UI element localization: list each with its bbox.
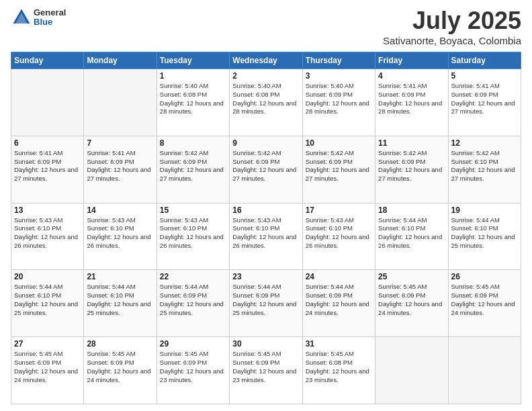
day-number: 6 <box>14 138 81 148</box>
calendar-cell: 31Sunrise: 5:45 AMSunset: 6:08 PMDayligh… <box>302 337 375 404</box>
calendar-cell: 8Sunrise: 5:42 AMSunset: 6:09 PMDaylight… <box>157 136 229 203</box>
day-info: Sunrise: 5:42 AMSunset: 6:09 PMDaylight:… <box>378 149 445 183</box>
day-info: Sunrise: 5:43 AMSunset: 6:10 PMDaylight:… <box>87 216 153 250</box>
day-number: 28 <box>87 339 153 349</box>
week-row-0: 1Sunrise: 5:40 AMSunset: 6:08 PMDaylight… <box>11 69 521 136</box>
day-info: Sunrise: 5:41 AMSunset: 6:09 PMDaylight:… <box>14 149 81 183</box>
day-number: 8 <box>160 138 226 148</box>
calendar-cell: 18Sunrise: 5:44 AMSunset: 6:10 PMDayligh… <box>375 203 448 270</box>
calendar-cell: 19Sunrise: 5:44 AMSunset: 6:10 PMDayligh… <box>448 203 521 270</box>
calendar-table: SundayMondayTuesdayWednesdayThursdayFrid… <box>11 52 521 404</box>
day-info: Sunrise: 5:40 AMSunset: 6:08 PMDaylight:… <box>232 82 299 116</box>
day-info: Sunrise: 5:45 AMSunset: 6:09 PMDaylight:… <box>160 350 226 384</box>
calendar-cell: 27Sunrise: 5:45 AMSunset: 6:09 PMDayligh… <box>11 337 84 404</box>
calendar-cell: 14Sunrise: 5:43 AMSunset: 6:10 PMDayligh… <box>84 203 157 270</box>
calendar-cell: 30Sunrise: 5:45 AMSunset: 6:09 PMDayligh… <box>230 337 302 404</box>
calendar-cell: 10Sunrise: 5:42 AMSunset: 6:09 PMDayligh… <box>302 136 375 203</box>
calendar-cell: 9Sunrise: 5:42 AMSunset: 6:09 PMDaylight… <box>230 136 302 203</box>
day-info: Sunrise: 5:45 AMSunset: 6:08 PMDaylight:… <box>306 350 372 384</box>
day-info: Sunrise: 5:45 AMSunset: 6:09 PMDaylight:… <box>451 283 518 317</box>
day-info: Sunrise: 5:42 AMSunset: 6:10 PMDaylight:… <box>451 149 518 183</box>
day-info: Sunrise: 5:41 AMSunset: 6:09 PMDaylight:… <box>451 82 518 116</box>
day-info: Sunrise: 5:43 AMSunset: 6:10 PMDaylight:… <box>306 216 372 250</box>
day-number: 24 <box>306 272 372 281</box>
day-number: 18 <box>378 205 445 215</box>
calendar-cell: 6Sunrise: 5:41 AMSunset: 6:09 PMDaylight… <box>11 136 84 203</box>
calendar-cell: 1Sunrise: 5:40 AMSunset: 6:08 PMDaylight… <box>157 69 229 136</box>
week-row-2: 13Sunrise: 5:43 AMSunset: 6:10 PMDayligh… <box>11 203 521 270</box>
calendar-cell: 16Sunrise: 5:43 AMSunset: 6:10 PMDayligh… <box>230 203 302 270</box>
calendar-cell: 15Sunrise: 5:43 AMSunset: 6:10 PMDayligh… <box>157 203 229 270</box>
calendar-cell: 28Sunrise: 5:45 AMSunset: 6:09 PMDayligh… <box>84 337 157 404</box>
weekday-header-saturday: Saturday <box>448 52 521 69</box>
day-number: 22 <box>160 272 226 281</box>
day-number: 10 <box>306 138 372 148</box>
calendar-cell: 11Sunrise: 5:42 AMSunset: 6:09 PMDayligh… <box>375 136 448 203</box>
day-info: Sunrise: 5:43 AMSunset: 6:10 PMDaylight:… <box>232 216 299 250</box>
day-info: Sunrise: 5:42 AMSunset: 6:09 PMDaylight:… <box>160 149 226 183</box>
day-number: 21 <box>87 272 153 281</box>
day-number: 19 <box>451 205 518 215</box>
day-info: Sunrise: 5:44 AMSunset: 6:10 PMDaylight:… <box>451 216 518 250</box>
day-number: 7 <box>87 138 153 148</box>
title-block: July 2025 Sativanorte, Boyaca, Colombia <box>383 7 521 46</box>
day-info: Sunrise: 5:45 AMSunset: 6:09 PMDaylight:… <box>232 350 299 384</box>
week-row-3: 20Sunrise: 5:44 AMSunset: 6:10 PMDayligh… <box>11 270 521 337</box>
day-info: Sunrise: 5:44 AMSunset: 6:10 PMDaylight:… <box>14 283 81 317</box>
weekday-header-monday: Monday <box>84 52 157 69</box>
header: General Blue July 2025 Sativanorte, Boya… <box>11 7 521 46</box>
calendar-cell: 5Sunrise: 5:41 AMSunset: 6:09 PMDaylight… <box>448 69 521 136</box>
day-info: Sunrise: 5:45 AMSunset: 6:09 PMDaylight:… <box>14 350 81 384</box>
day-number: 30 <box>232 339 299 349</box>
day-number: 15 <box>160 205 226 215</box>
day-number: 5 <box>451 71 518 81</box>
day-info: Sunrise: 5:44 AMSunset: 6:09 PMDaylight:… <box>306 283 372 317</box>
week-row-4: 27Sunrise: 5:45 AMSunset: 6:09 PMDayligh… <box>11 337 521 404</box>
day-info: Sunrise: 5:40 AMSunset: 6:08 PMDaylight:… <box>160 82 226 116</box>
calendar-cell: 3Sunrise: 5:40 AMSunset: 6:09 PMDaylight… <box>302 69 375 136</box>
day-number: 29 <box>160 339 226 349</box>
calendar-cell: 17Sunrise: 5:43 AMSunset: 6:10 PMDayligh… <box>302 203 375 270</box>
weekday-header-row: SundayMondayTuesdayWednesdayThursdayFrid… <box>11 52 521 69</box>
calendar-cell <box>448 337 521 404</box>
calendar-cell: 26Sunrise: 5:45 AMSunset: 6:09 PMDayligh… <box>448 270 521 337</box>
calendar-cell: 22Sunrise: 5:44 AMSunset: 6:09 PMDayligh… <box>157 270 229 337</box>
day-info: Sunrise: 5:44 AMSunset: 6:10 PMDaylight:… <box>378 216 445 250</box>
calendar-cell <box>375 337 448 404</box>
day-number: 31 <box>306 339 372 349</box>
day-number: 14 <box>87 205 153 215</box>
day-number: 23 <box>232 272 299 281</box>
day-info: Sunrise: 5:43 AMSunset: 6:10 PMDaylight:… <box>160 216 226 250</box>
day-info: Sunrise: 5:42 AMSunset: 6:09 PMDaylight:… <box>306 149 372 183</box>
weekday-header-thursday: Thursday <box>302 52 375 69</box>
calendar-cell: 13Sunrise: 5:43 AMSunset: 6:10 PMDayligh… <box>11 203 84 270</box>
calendar-cell: 23Sunrise: 5:44 AMSunset: 6:09 PMDayligh… <box>230 270 302 337</box>
day-number: 27 <box>14 339 81 349</box>
day-number: 16 <box>232 205 299 215</box>
subtitle: Sativanorte, Boyaca, Colombia <box>383 35 521 46</box>
logo-icon <box>11 7 32 28</box>
day-number: 17 <box>306 205 372 215</box>
day-number: 1 <box>160 71 226 81</box>
logo-blue: Blue <box>34 17 66 27</box>
day-number: 11 <box>378 138 445 148</box>
day-info: Sunrise: 5:44 AMSunset: 6:10 PMDaylight:… <box>87 283 153 317</box>
day-info: Sunrise: 5:41 AMSunset: 6:09 PMDaylight:… <box>87 149 153 183</box>
calendar-cell: 4Sunrise: 5:41 AMSunset: 6:09 PMDaylight… <box>375 69 448 136</box>
logo: General Blue <box>11 7 66 28</box>
calendar-cell: 29Sunrise: 5:45 AMSunset: 6:09 PMDayligh… <box>157 337 229 404</box>
day-number: 3 <box>306 71 372 81</box>
day-number: 12 <box>451 138 518 148</box>
calendar-cell: 24Sunrise: 5:44 AMSunset: 6:09 PMDayligh… <box>302 270 375 337</box>
weekday-header-friday: Friday <box>375 52 448 69</box>
day-number: 2 <box>232 71 299 81</box>
day-number: 13 <box>14 205 81 215</box>
day-number: 9 <box>232 138 299 148</box>
day-number: 4 <box>378 71 445 81</box>
logo-text: General Blue <box>34 8 66 28</box>
weekday-header-wednesday: Wednesday <box>230 52 302 69</box>
calendar-cell: 12Sunrise: 5:42 AMSunset: 6:10 PMDayligh… <box>448 136 521 203</box>
day-number: 25 <box>378 272 445 281</box>
page: General Blue July 2025 Sativanorte, Boya… <box>0 0 532 411</box>
day-info: Sunrise: 5:40 AMSunset: 6:09 PMDaylight:… <box>306 82 372 116</box>
